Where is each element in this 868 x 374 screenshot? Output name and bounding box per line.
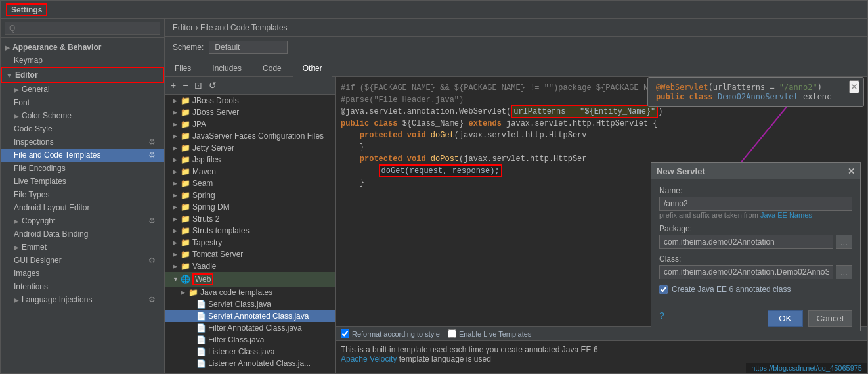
tree-item-spring[interactable]: ▶ 📁 Spring <box>165 189 335 201</box>
folder-icon: 📁 <box>181 155 190 164</box>
tree-item-java-code-templates[interactable]: ▶ 📁 Java code templates <box>165 287 335 298</box>
tree-item-servlet-annotated[interactable]: 📄 Servlet Annotated Class.java <box>165 310 335 322</box>
tree-item-struts-templates[interactable]: ▶ 📁 Struts templates <box>165 225 335 237</box>
tab-other[interactable]: Other <box>293 60 332 77</box>
sidebar-item-intentions[interactable]: Intentions <box>1 280 164 293</box>
copy-button[interactable]: ⊡ <box>192 80 204 91</box>
tree-item-spring-dm[interactable]: ▶ 📁 Spring DM <box>165 201 335 213</box>
search-input[interactable] <box>5 22 160 35</box>
sidebar-item-live-templates[interactable]: Live Templates <box>1 175 164 188</box>
tree-item-filter-class[interactable]: 📄 Filter Class.java <box>165 334 335 346</box>
sidebar-item-general[interactable]: ▶ General <box>1 83 164 96</box>
tree-item-tomcat[interactable]: ▶ 📁 Tomcat Server <box>165 248 335 260</box>
tree-item-jetty[interactable]: ▶ 📁 Jetty Server <box>165 142 335 154</box>
sidebar-item-font[interactable]: Font <box>1 96 164 109</box>
folder-icon: 📁 <box>181 96 190 105</box>
scheme-select[interactable]: Default <box>209 41 288 54</box>
add-button[interactable]: + <box>169 80 178 91</box>
close-dialog-button[interactable]: ✕ <box>848 166 855 176</box>
create-annotated-checkbox[interactable] <box>659 285 668 294</box>
name-input[interactable] <box>659 197 852 211</box>
file-tree: ▶ 📁 JBoss Drools ▶ 📁 JBoss Server <box>165 95 335 373</box>
checkbox-row: Create Java EE 6 annotated class <box>659 285 852 294</box>
tree-item-jsf[interactable]: ▶ 📁 JavaServer Faces Configuration Files <box>165 130 335 142</box>
sidebar-item-keymap[interactable]: Keymap <box>1 54 164 67</box>
cancel-button[interactable]: Cancel <box>808 310 853 327</box>
sidebar-item-inspections[interactable]: Inspections ⚙ <box>1 135 164 149</box>
tree-item-jboss-drools[interactable]: ▶ 📁 JBoss Drools <box>165 95 335 106</box>
sidebar-item-file-encodings[interactable]: File Encodings <box>1 162 164 175</box>
close-popup-button[interactable]: ✕ <box>849 80 859 93</box>
sidebar-item-label: Intentions <box>14 282 48 291</box>
help-icon[interactable]: ? <box>659 310 664 327</box>
package-browse-button[interactable]: ... <box>836 235 852 249</box>
sidebar-item-colorscheme[interactable]: ▶ Color Scheme <box>1 109 164 122</box>
expand-arrow: ▼ <box>173 276 181 283</box>
folder-icon: 🌐 <box>181 275 190 284</box>
ok-button[interactable]: OK <box>768 310 802 327</box>
tree-item-label: JBoss Drools <box>192 96 239 105</box>
tree-item-label: Web <box>192 273 213 285</box>
expand-arrow: ▶ <box>173 263 181 269</box>
sidebar-item-label: Color Scheme <box>22 111 72 120</box>
expand-arrow: ▶ <box>173 109 181 116</box>
sidebar-item-file-types[interactable]: File Types <box>1 188 164 201</box>
velocity-link[interactable]: Apache Velocity <box>341 354 397 363</box>
tab-files[interactable]: Files <box>165 60 201 76</box>
dialog-footer: ? OK Cancel <box>651 306 860 331</box>
package-input[interactable] <box>659 235 833 249</box>
tree-item-listener-annotated[interactable]: 📄 Listener Annotated Class.ja... <box>165 358 335 369</box>
tree-item-vaadie[interactable]: ▶ 📁 Vaadie <box>165 260 335 272</box>
tree-item-struts2[interactable]: ▶ 📁 Struts 2 <box>165 213 335 225</box>
dialog-title-text: New Servlet <box>657 166 705 176</box>
class-browse-button[interactable]: ... <box>836 265 852 279</box>
sidebar-item-label: File Encodings <box>14 164 66 173</box>
tab-code[interactable]: Code <box>253 60 292 76</box>
tree-item-label: Tomcat Server <box>192 250 243 259</box>
tree-item-jpa[interactable]: ▶ 📁 JPA <box>165 118 335 130</box>
live-templates-checkbox[interactable] <box>448 329 456 338</box>
code-line-4: public class ${Class_Name} extends javax… <box>341 118 862 129</box>
expand-arrow: ▶ <box>173 97 181 104</box>
url-bar: https://blog.csdn.net/qq_45065975 <box>746 363 867 373</box>
expand-arrow: ▶ <box>181 289 188 296</box>
tree-item-label: Struts 2 <box>192 214 219 223</box>
remove-button[interactable]: − <box>181 80 190 91</box>
tree-item-listener-class[interactable]: 📄 Listener Class.java <box>165 346 335 358</box>
tree-item-jsp[interactable]: ▶ 📁 Jsp files <box>165 154 335 166</box>
class-input[interactable] <box>659 265 833 279</box>
reset-button[interactable]: ↺ <box>207 80 219 91</box>
reformat-checkbox[interactable] <box>341 329 349 338</box>
sidebar-item-emmet[interactable]: ▶ Emmet <box>1 241 164 254</box>
sidebar-item-android-layout[interactable]: Android Layout Editor <box>1 201 164 214</box>
description-text: This is a built-in template used each ti… <box>341 345 598 354</box>
sidebar-item-codestyle[interactable]: Code Style <box>1 122 164 135</box>
expand-arrow: ▶ <box>173 239 181 246</box>
sidebar-item-lang-injections[interactable]: ▶ Language Injections ⚙ <box>1 293 164 306</box>
sidebar-item-appearance[interactable]: ▶ Appearance & Behavior <box>1 41 164 54</box>
search-bar[interactable] <box>1 19 164 38</box>
tree-item-web[interactable]: ▼ 🌐 Web <box>165 272 335 287</box>
tree-item-tapestry[interactable]: ▶ 📁 Tapestry <box>165 237 335 248</box>
tree-item-maven[interactable]: ▶ 📁 Maven <box>165 166 335 177</box>
java-ee-names-link[interactable]: Java EE Names <box>760 211 812 219</box>
sidebar-item-file-code-templates[interactable]: File and Code Templates ⚙ <box>1 149 164 162</box>
tree-item-servlet-class[interactable]: 📄 Servlet Class.java <box>165 298 335 310</box>
code-line-3: @java.servlet.annotation.WebServlet(urlP… <box>341 106 862 118</box>
sidebar-item-images[interactable]: Images <box>1 267 164 280</box>
live-templates-label: Enable Live Templates <box>459 330 531 338</box>
tree-item-jboss-server[interactable]: ▶ 📁 JBoss Server <box>165 106 335 118</box>
sidebar-item-gui-designer[interactable]: GUI Designer ⚙ <box>1 254 164 267</box>
tab-includes[interactable]: Includes <box>202 60 251 76</box>
tree-item-filter-annotated[interactable]: 📄 Filter Annotated Class.java <box>165 322 335 334</box>
sidebar-item-label: General <box>22 85 50 94</box>
popup-line-1: @WebServlet(urlPatterns = "/anno2") <box>656 83 856 92</box>
sidebar-item-editor[interactable]: ▼ Editor <box>1 67 164 83</box>
sidebar-item-android-databinding[interactable]: Android Data Binding <box>1 227 164 241</box>
tree-item-seam[interactable]: ▶ 📁 Seam <box>165 177 335 189</box>
sidebar-item-label: Images <box>14 269 39 278</box>
tree-item-label: JPA <box>192 120 206 129</box>
description-suffix: template language is used <box>399 354 491 363</box>
sidebar-item-label: Font <box>14 98 30 107</box>
sidebar-item-copyright[interactable]: ▶ Copyright ⚙ <box>1 214 164 227</box>
